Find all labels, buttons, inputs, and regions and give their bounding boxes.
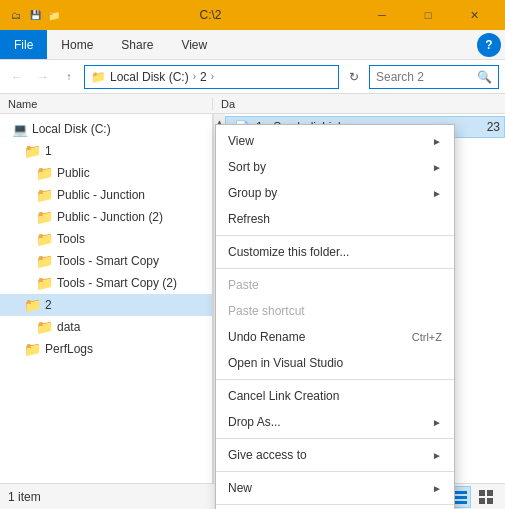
maximize-button[interactable]: □ bbox=[405, 0, 451, 30]
cm-arrow-sort: ► bbox=[432, 162, 442, 173]
cm-sep-3 bbox=[216, 379, 454, 380]
svg-rect-6 bbox=[487, 498, 493, 504]
tab-home[interactable]: Home bbox=[47, 30, 107, 59]
sidebar-item-public-junction[interactable]: 📁 Public - Junction bbox=[0, 184, 212, 206]
folder-icon-data: 📁 bbox=[36, 319, 53, 335]
cm-item-view[interactable]: View ► bbox=[216, 128, 454, 154]
folder-icon-pj2: 📁 bbox=[36, 209, 53, 225]
file-item-date: 23 bbox=[487, 120, 504, 134]
cm-item-drop-as[interactable]: Drop As... ► bbox=[216, 409, 454, 435]
sidebar-item-tools[interactable]: 📁 Tools bbox=[0, 228, 212, 250]
search-icon: 🔍 bbox=[477, 70, 492, 84]
tab-share[interactable]: Share bbox=[107, 30, 167, 59]
svg-rect-0 bbox=[453, 491, 467, 494]
cm-item-cancel-link[interactable]: Cancel Link Creation bbox=[216, 383, 454, 409]
cm-label-view: View bbox=[228, 134, 254, 148]
cm-item-undo-rename[interactable]: Undo Rename Ctrl+Z bbox=[216, 324, 454, 350]
save-icon: 💾 bbox=[27, 7, 43, 23]
cm-sep-2 bbox=[216, 268, 454, 269]
folder-icon-small: 📁 bbox=[46, 7, 62, 23]
ribbon-tabs: File Home Share View ? bbox=[0, 30, 505, 60]
folder-icon-public: 📁 bbox=[36, 165, 53, 181]
minimize-button[interactable]: ─ bbox=[359, 0, 405, 30]
folder-icon-2: 📁 bbox=[24, 297, 41, 313]
context-menu: View ► Sort by ► Group by ► Refresh Cust… bbox=[215, 124, 455, 509]
sidebar-item-tools-smart2[interactable]: 📁 Tools - Smart Copy (2) bbox=[0, 272, 212, 294]
folder-icon-tsc2: 📁 bbox=[36, 275, 53, 291]
path-local-disk: Local Disk (C:) bbox=[110, 70, 189, 84]
main-area: 💻 Local Disk (C:) 📁 1 📁 Public 📁 Public … bbox=[0, 114, 505, 483]
cm-label-open-vs: Open in Visual Studio bbox=[228, 356, 343, 370]
column-headers: Name Da bbox=[0, 94, 505, 114]
cm-arrow-view: ► bbox=[432, 136, 442, 147]
refresh-button[interactable]: ↻ bbox=[343, 66, 365, 88]
address-path[interactable]: 📁 Local Disk (C:) › 2 › bbox=[84, 65, 339, 89]
svg-rect-1 bbox=[453, 496, 467, 499]
window-controls: ─ □ ✕ bbox=[359, 0, 497, 30]
cm-arrow-drop: ► bbox=[432, 417, 442, 428]
cm-label-refresh: Refresh bbox=[228, 212, 270, 226]
sidebar-item-2[interactable]: 📁 2 bbox=[0, 294, 212, 316]
cm-item-new[interactable]: New ► bbox=[216, 475, 454, 501]
cm-item-open-vs[interactable]: Open in Visual Studio bbox=[216, 350, 454, 376]
cm-item-customize[interactable]: Customize this folder... bbox=[216, 239, 454, 265]
cm-item-refresh[interactable]: Refresh bbox=[216, 206, 454, 232]
tab-view[interactable]: View bbox=[167, 30, 221, 59]
sidebar-item-public[interactable]: 📁 Public bbox=[0, 162, 212, 184]
forward-button[interactable]: → bbox=[32, 66, 54, 88]
drive-icon: 💻 bbox=[12, 122, 28, 137]
cm-item-sort[interactable]: Sort by ► bbox=[216, 154, 454, 180]
help-button[interactable]: ? bbox=[477, 33, 501, 57]
view-list-button[interactable] bbox=[475, 486, 497, 508]
cm-sep-6 bbox=[216, 504, 454, 505]
cm-label-cancel-link: Cancel Link Creation bbox=[228, 389, 339, 403]
path-folder-icon: 📁 bbox=[91, 70, 106, 84]
cm-label-undo-rename: Undo Rename bbox=[228, 330, 305, 344]
close-button[interactable]: ✕ bbox=[451, 0, 497, 30]
ribbon-end: ? bbox=[477, 30, 505, 59]
tab-file[interactable]: File bbox=[0, 30, 47, 59]
sidebar-item-perflogs[interactable]: 📁 PerfLogs bbox=[0, 338, 212, 360]
item-count: 1 item bbox=[8, 490, 41, 504]
col-header-name[interactable]: Name bbox=[0, 98, 213, 110]
sidebar-item-tools-smart[interactable]: 📁 Tools - Smart Copy bbox=[0, 250, 212, 272]
cm-arrow-access: ► bbox=[432, 450, 442, 461]
address-bar: ← → ↑ 📁 Local Disk (C:) › 2 › ↻ Search 2… bbox=[0, 60, 505, 94]
cm-label-group: Group by bbox=[228, 186, 277, 200]
path-current-folder: 2 bbox=[200, 70, 207, 84]
cm-sep-4 bbox=[216, 438, 454, 439]
folder-icon-tsc: 📁 bbox=[36, 253, 53, 269]
cm-label-give-access: Give access to bbox=[228, 448, 307, 462]
svg-rect-5 bbox=[479, 498, 485, 504]
path-separator-1: › bbox=[193, 71, 196, 82]
title-bar-icons: 🗂 💾 📁 bbox=[8, 7, 62, 23]
sidebar-item-public-junction2[interactable]: 📁 Public - Junction (2) bbox=[0, 206, 212, 228]
cm-item-paste-shortcut: Paste shortcut bbox=[216, 298, 454, 324]
back-button[interactable]: ← bbox=[6, 66, 28, 88]
window-icon: 🗂 bbox=[8, 7, 24, 23]
window-title: C:\2 bbox=[66, 8, 355, 22]
path-separator-2: › bbox=[211, 71, 214, 82]
cm-label-new: New bbox=[228, 481, 252, 495]
cm-item-paste: Paste bbox=[216, 272, 454, 298]
search-box[interactable]: Search 2 🔍 bbox=[369, 65, 499, 89]
sidebar-item-local-disk[interactable]: 💻 Local Disk (C:) bbox=[0, 118, 212, 140]
list-view-icon bbox=[478, 489, 494, 505]
cm-label-drop-as: Drop As... bbox=[228, 415, 281, 429]
folder-icon-tools: 📁 bbox=[36, 231, 53, 247]
sidebar-item-data[interactable]: 📁 data bbox=[0, 316, 212, 338]
folder-icon-1: 📁 bbox=[24, 143, 41, 159]
cm-label-paste-shortcut: Paste shortcut bbox=[228, 304, 305, 318]
up-button[interactable]: ↑ bbox=[58, 66, 80, 88]
cm-item-group[interactable]: Group by ► bbox=[216, 180, 454, 206]
folder-icon-perflogs: 📁 bbox=[24, 341, 41, 357]
col-header-date[interactable]: Da bbox=[213, 98, 505, 110]
svg-rect-4 bbox=[487, 490, 493, 496]
cm-arrow-new: ► bbox=[432, 483, 442, 494]
sidebar-item-1[interactable]: 📁 1 bbox=[0, 140, 212, 162]
cm-item-give-access[interactable]: Give access to ► bbox=[216, 442, 454, 468]
cm-arrow-group: ► bbox=[432, 188, 442, 199]
svg-rect-3 bbox=[479, 490, 485, 496]
folder-icon-pj: 📁 bbox=[36, 187, 53, 203]
sidebar: 💻 Local Disk (C:) 📁 1 📁 Public 📁 Public … bbox=[0, 114, 213, 483]
